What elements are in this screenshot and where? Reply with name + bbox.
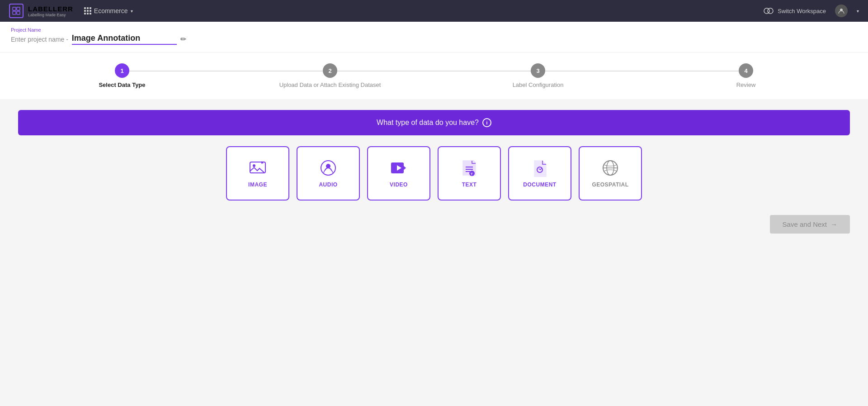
project-prefix: Enter project name - (11, 36, 68, 43)
data-type-geospatial[interactable]: GEOSPATIAL (579, 146, 642, 201)
logo-box (9, 4, 24, 18)
stepper: 1 Select Data Type 2 Upload Data or Atta… (18, 63, 850, 88)
svg-rect-1 (17, 7, 20, 10)
app-name: Ecommerce (94, 7, 128, 14)
switch-workspace-button[interactable]: Switch Workspace (763, 7, 826, 15)
top-navigation: LABELLERR Labelling Made Easy Ecommerce … (0, 0, 868, 22)
video-card-label: VIDEO (390, 182, 408, 188)
stepper-area: 1 Select Data Type 2 Upload Data or Atta… (0, 53, 868, 99)
app-switcher[interactable]: Ecommerce ▾ (84, 7, 133, 14)
brand-name: LABELLERR (28, 5, 73, 13)
image-icon (249, 159, 267, 177)
svg-point-8 (253, 164, 255, 167)
save-next-button[interactable]: Save and Next → (770, 215, 850, 234)
audio-card-label: AUDIO (319, 182, 337, 188)
geospatial-icon (601, 159, 619, 177)
logo: LABELLERR Labelling Made Easy (9, 4, 73, 18)
image-card-label: IMAGE (248, 182, 267, 188)
text-icon: T (460, 159, 478, 177)
chevron-down-icon: ▾ (131, 9, 133, 14)
video-icon (390, 159, 408, 177)
step-4: 4 Review (642, 63, 850, 88)
edit-icon[interactable]: ✏ (180, 35, 186, 43)
data-type-text[interactable]: T TEXT (438, 146, 501, 201)
data-type-grid: IMAGE AUDIO VIDEO (18, 146, 850, 201)
data-type-audio[interactable]: AUDIO (297, 146, 360, 201)
svg-text:T: T (471, 172, 473, 176)
nav-left: LABELLERR Labelling Made Easy Ecommerce … (9, 4, 133, 18)
audio-icon (319, 159, 337, 177)
step-3: 3 Label Configuration (434, 63, 642, 88)
document-card-label: DOCUMENT (523, 182, 556, 188)
step-2: 2 Upload Data or Attach Existing Dataset (226, 63, 434, 88)
svg-rect-0 (13, 7, 16, 10)
step-4-label: Review (736, 81, 756, 88)
workspace-icon (763, 7, 774, 15)
save-next-arrow-icon: → (830, 220, 837, 228)
text-card-label: TEXT (462, 182, 477, 188)
data-type-image[interactable]: IMAGE (226, 146, 289, 201)
switch-workspace-label: Switch Workspace (778, 8, 826, 14)
svg-rect-2 (13, 11, 16, 14)
step-2-label: Upload Data or Attach Existing Dataset (279, 81, 381, 88)
svg-point-5 (768, 8, 773, 14)
user-avatar[interactable] (835, 5, 848, 17)
step-1: 1 Select Data Type (18, 63, 226, 88)
main-content: What type of data do you have? i IMAGE A… (0, 99, 868, 244)
question-text: What type of data do you have? (377, 119, 479, 127)
grid-icon (84, 7, 91, 14)
step-1-circle: 1 (115, 63, 129, 78)
info-icon[interactable]: i (482, 118, 491, 127)
svg-rect-3 (17, 11, 20, 14)
brand-text: LABELLERR Labelling Made Easy (28, 5, 73, 17)
project-name-input[interactable] (72, 33, 177, 45)
project-name-area: Project Name Enter project name - ✏ (0, 22, 868, 53)
step-4-circle: 4 (739, 63, 753, 78)
step-3-circle: 3 (531, 63, 545, 78)
data-type-video[interactable]: VIDEO (367, 146, 430, 201)
step-3-label: Label Configuration (513, 81, 564, 88)
nav-right: Switch Workspace ▾ (763, 5, 859, 17)
question-banner: What type of data do you have? i (18, 110, 850, 135)
actions-row: Save and Next → (18, 215, 850, 234)
step-1-label: Select Data Type (99, 81, 145, 88)
user-chevron-icon: ▾ (857, 9, 859, 14)
svg-marker-12 (402, 165, 406, 171)
data-type-document[interactable]: DOCUMENT (508, 146, 571, 201)
user-icon (838, 8, 844, 14)
geospatial-card-label: GEOSPATIAL (592, 182, 628, 188)
project-name-row: Enter project name - ✏ (11, 33, 857, 45)
project-name-label: Project Name (11, 27, 857, 33)
step-2-circle: 2 (323, 63, 337, 78)
save-next-label: Save and Next (783, 220, 827, 228)
brand-sub: Labelling Made Easy (28, 13, 73, 17)
document-icon (531, 159, 549, 177)
